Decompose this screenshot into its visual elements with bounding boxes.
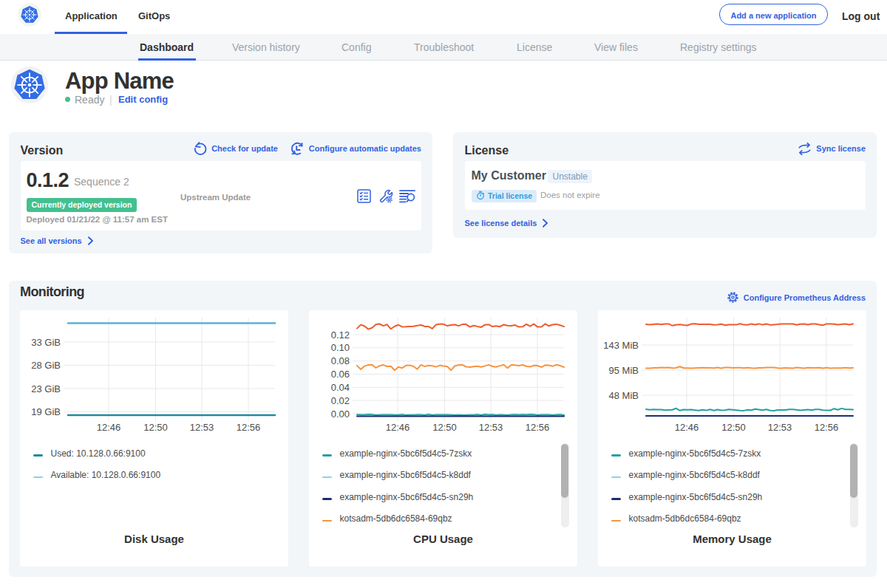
svg-text:12:53: 12:53 (190, 422, 214, 433)
svg-text:12:56: 12:56 (526, 422, 550, 433)
svg-text:0.10: 0.10 (331, 342, 350, 353)
svg-text:33 GiB: 33 GiB (31, 337, 61, 348)
svg-text:12:50: 12:50 (721, 422, 746, 433)
svg-text:0.04: 0.04 (331, 382, 350, 393)
svg-text:48 MiB: 48 MiB (609, 390, 639, 401)
svg-text:143 MiB: 143 MiB (603, 340, 639, 351)
svg-text:0.00: 0.00 (331, 408, 350, 420)
svg-text:12:56: 12:56 (815, 422, 839, 433)
svg-text:12:50: 12:50 (143, 422, 168, 433)
svg-text:12:46: 12:46 (97, 422, 121, 433)
svg-text:19 GiB: 19 GiB (31, 406, 61, 417)
svg-text:12:53: 12:53 (479, 422, 503, 433)
svg-text:12:56: 12:56 (237, 422, 261, 433)
svg-text:0.06: 0.06 (331, 369, 350, 380)
svg-text:95 MiB: 95 MiB (609, 365, 639, 376)
svg-text:0.12: 0.12 (331, 329, 350, 341)
svg-text:23 GiB: 23 GiB (31, 383, 61, 394)
svg-text:12:53: 12:53 (768, 422, 792, 433)
svg-text:12:50: 12:50 (432, 422, 457, 433)
svg-text:0.02: 0.02 (331, 395, 350, 406)
svg-text:12:46: 12:46 (675, 422, 699, 433)
svg-text:12:46: 12:46 (386, 422, 410, 433)
svg-text:0.08: 0.08 (331, 355, 350, 366)
svg-text:28 GiB: 28 GiB (31, 360, 61, 371)
